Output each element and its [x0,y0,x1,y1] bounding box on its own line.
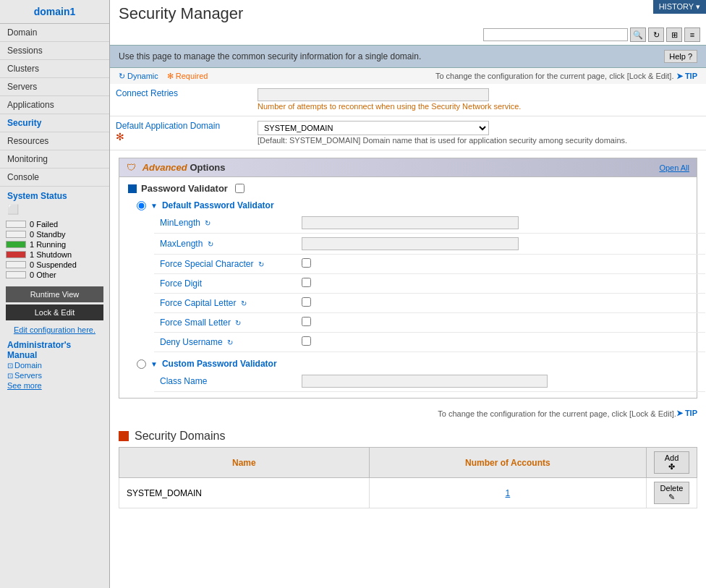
force-small-checkbox[interactable] [302,317,311,326]
domain-delete-cell: Delete ✎ [647,478,697,508]
force-capital-row: Force Capital Letter ↻ [154,294,705,313]
admin-link-domain[interactable]: Domain [7,360,102,370]
maxlength-value [299,234,705,255]
toolbar-left: ↻ Dynamic ✻ Required [119,72,208,81]
domain-select[interactable]: SYSTEM_DOMAIN [258,121,489,135]
advanced-italic-word: Advanced [143,162,187,173]
status-bar-empty [6,271,26,278]
dropdown-arrow-icon: ▼ [150,202,158,210]
connect-retries-value: Number of attempts to reconnect when usi… [255,84,706,116]
custom-pv-radio[interactable] [137,359,146,369]
delete-domain-button[interactable]: Delete ✎ [654,482,689,504]
see-more-link[interactable]: See more [7,381,42,390]
domains-table-header: Name Number of Accounts Add ✤ [119,448,697,478]
sidebar-item-console[interactable]: Console [0,169,109,187]
open-all-link[interactable]: Open All [659,163,689,172]
status-label: 1 Running [30,240,66,249]
custom-dropdown-arrow-icon: ▼ [150,360,158,368]
system-status-block: 0 Failed0 Standby1 Running1 Shutdown0 Su… [0,216,109,283]
force-special-char-row: Force Special Character ↻ [154,255,705,274]
sidebar-item-applications[interactable]: Applications [0,96,109,114]
force-capital-refresh-icon: ↻ [241,299,247,307]
force-capital-checkbox[interactable] [302,297,311,307]
add-domain-button[interactable]: Add ✤ [654,451,689,474]
maxlength-row: MaxLength ↻ [154,234,705,255]
status-bar-empty [6,261,26,268]
maxlength-input[interactable] [302,237,519,250]
edit-config-link[interactable]: Edit configuration here. [0,324,109,336]
class-name-value [299,371,705,392]
force-capital-value [299,294,705,313]
status-label: 0 Suspended [30,260,77,269]
system-status-icon: ⬜ [7,204,19,215]
status-row: 0 Suspended [6,260,103,270]
minlength-refresh-icon: ↻ [205,219,210,227]
menu-button[interactable]: ≡ [684,27,700,42]
minlength-input[interactable] [302,216,519,229]
admin-link-servers[interactable]: Servers [7,370,102,380]
sidebar-item-resources[interactable]: Resources [0,132,109,150]
search-button[interactable]: 🔍 [630,27,646,42]
sidebar-item-servers[interactable]: Servers [0,78,109,96]
required-label: Required [176,72,208,80]
force-small-refresh-icon: ↻ [235,319,241,327]
connect-retries-row: Connect Retries Number of attempts to re… [110,84,706,116]
tip-link: ➤ TIP [676,72,697,80]
dynamic-badge: ↻ Dynamic [119,72,158,81]
security-domains-title: Security Domains [135,430,225,443]
advanced-options-section: 🛡 Advanced Options Open All Password Val… [119,158,697,399]
advanced-options-word: Options [190,162,225,173]
pw-title-text: Password Validator [141,183,228,194]
status-label: 0 Other [30,270,56,279]
connect-retries-hint: Number of attempts to reconnect when usi… [258,101,521,111]
status-bar-shutdown [6,251,26,258]
maxlength-label: MaxLength ↻ [154,234,299,255]
sidebar-item-clusters[interactable]: Clusters [0,60,109,78]
custom-pv-title: Custom Password Validator [162,359,277,369]
password-validator-title: Password Validator [128,183,688,194]
force-small-label: Force Small Letter ↻ [154,313,299,333]
domain-name-cell: SYSTEM_DOMAIN [119,478,370,508]
system-status-title: System Status [0,187,109,203]
force-special-char-checkbox[interactable] [302,258,311,268]
grid-button[interactable]: ⊞ [666,27,682,42]
sidebar-item-sessions[interactable]: Sessions [0,42,109,60]
force-digit-value [299,274,705,294]
sidebar-item-monitoring[interactable]: Monitoring [0,150,109,169]
password-validator-checkbox[interactable] [235,184,244,193]
info-text: Use this page to manage the common secur… [119,51,421,61]
force-capital-label: Force Capital Letter ↻ [154,294,299,313]
minlength-value [299,213,705,234]
advanced-icon: 🛡 [127,162,136,173]
advanced-title: 🛡 Advanced Options [127,162,226,173]
status-label: 0 Standby [30,230,66,239]
dynamic-label: Dynamic [127,72,158,80]
domains-table: Name Number of Accounts Add ✤ SYSTEM_DOM… [119,447,697,508]
search-input[interactable] [483,28,628,41]
default-pv-radio[interactable] [137,201,146,210]
sidebar-domain[interactable]: domain1 [0,0,109,24]
deny-username-checkbox[interactable] [302,336,311,346]
sidebar-item-domain[interactable]: Domain [0,24,109,42]
status-label: 1 Shutdown [30,250,72,259]
col-accounts-header: Number of Accounts [369,448,646,478]
connect-retries-input[interactable] [258,88,489,101]
sidebar: domain1 DomainSessionsClustersServersApp… [0,0,110,588]
refresh-button[interactable]: ↻ [648,27,664,42]
lock-edit-button[interactable]: Lock & Edit [6,304,103,320]
dynamic-icon: ↻ [119,72,125,81]
runtime-view-button[interactable]: Runtime View [6,286,103,302]
class-name-input[interactable] [302,375,548,388]
admin-title: Administrator's Manual [7,340,102,360]
force-digit-checkbox[interactable] [302,278,311,287]
lock-tip: To change the configuration for the curr… [435,71,697,81]
force-digit-row: Force Digit [154,274,705,294]
info-bar: Use this page to manage the common secur… [110,45,706,68]
default-app-domain-label: Default Application Domain ✻ [110,116,255,150]
status-label: 0 Failed [30,220,58,229]
accounts-link[interactable]: 1 [506,488,511,498]
history-button[interactable]: HISTORY ▾ [653,0,706,14]
sidebar-item-security[interactable]: Security [0,114,109,132]
maxlength-refresh-icon: ↻ [208,240,213,248]
help-button[interactable]: Help ? [664,50,697,63]
